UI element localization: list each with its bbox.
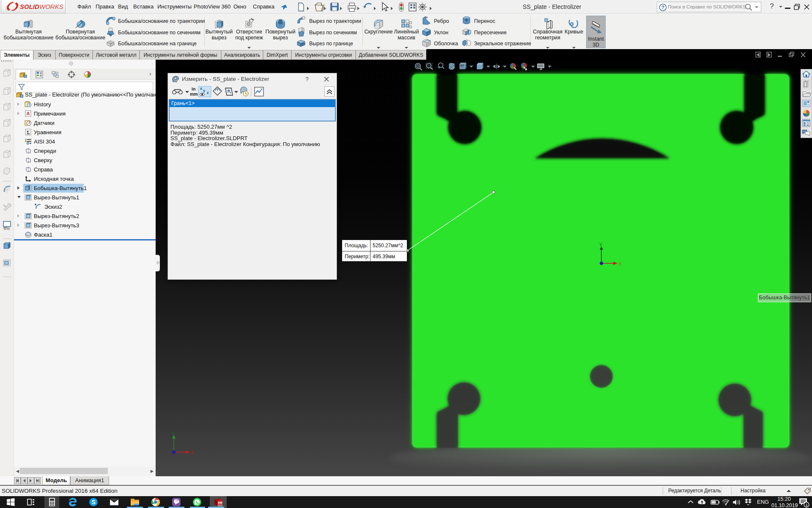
svg-text:X: X xyxy=(191,450,194,455)
svg-text:X: X xyxy=(618,261,622,266)
svg-text:mm: mm xyxy=(190,91,198,97)
svg-text:SW: SW xyxy=(218,501,222,504)
svg-text:z: z xyxy=(207,90,209,95)
svg-text:y: y xyxy=(203,88,206,93)
svg-text:x: x xyxy=(200,86,203,91)
svg-text:WORKS: WORKS xyxy=(39,3,63,10)
svg-text:in: in xyxy=(192,86,195,91)
svg-text:S: S xyxy=(92,499,96,505)
svg-text:Y: Y xyxy=(172,431,175,436)
svg-text:1: 1 xyxy=(806,503,808,507)
svg-text:?: ? xyxy=(661,5,664,11)
svg-text:Y: Y xyxy=(599,242,603,247)
svg-text:SOLID: SOLID xyxy=(20,3,39,10)
svg-text:A: A xyxy=(27,111,30,116)
svg-text:Σ: Σ xyxy=(27,129,30,135)
